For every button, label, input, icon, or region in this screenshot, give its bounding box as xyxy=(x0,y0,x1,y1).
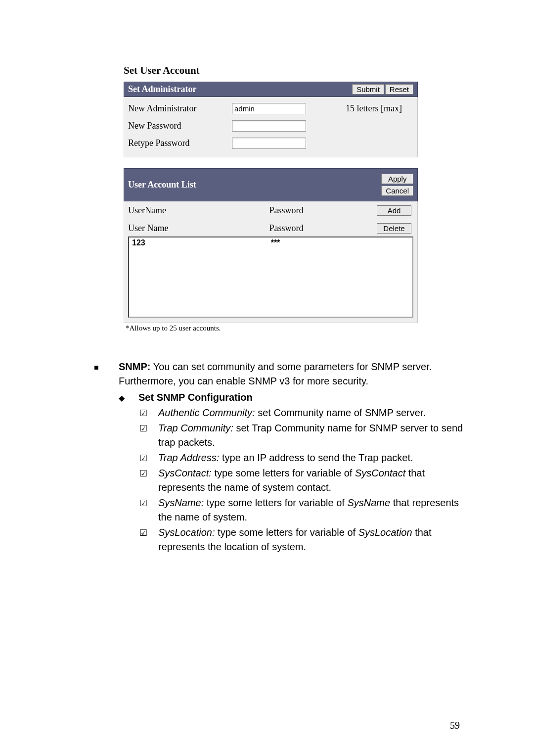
username-col-label: User Name xyxy=(128,223,237,234)
user-list-footnote: *Allows up to 25 user accounts. xyxy=(126,324,418,332)
apply-button[interactable]: Apply xyxy=(381,174,413,184)
bullet-check-icon: ☑ xyxy=(139,451,158,465)
screenshot-set-user-account: Set User Account Set Administrator Submi… xyxy=(124,64,418,332)
item-desc: set Community name of SNMP server. xyxy=(255,407,426,418)
bullet-diamond-icon: ◆ xyxy=(119,390,138,405)
user-account-header-label: User Account List xyxy=(128,180,196,190)
bullet-check-icon: ☑ xyxy=(139,496,158,524)
password-add-label: Password xyxy=(269,205,303,216)
item-term: Trap Community: xyxy=(158,423,233,433)
item-term: SysName: xyxy=(158,497,204,508)
new-password-label: New Password xyxy=(128,121,232,131)
reset-button[interactable]: Reset xyxy=(385,84,413,94)
item-term: SysLocation: xyxy=(158,527,215,538)
item-desc-pre: type some letters for variable of xyxy=(212,468,355,478)
password-col-label: Password xyxy=(269,223,303,234)
bullet-square-icon: ■ xyxy=(94,360,119,388)
cancel-button[interactable]: Cancel xyxy=(381,186,413,196)
new-admin-label: New Administrator xyxy=(128,103,232,114)
item-desc-pre: type some letters for variable of xyxy=(204,497,347,508)
bullet-check-icon: ☑ xyxy=(139,466,158,495)
user-listbox[interactable]: 123 *** xyxy=(128,236,413,318)
username-label: UserName xyxy=(128,205,237,216)
item-desc-ital: SysLocation xyxy=(358,527,412,538)
snmp-heading: SNMP: xyxy=(119,361,150,372)
item-term: Authentic Community: xyxy=(158,407,255,418)
list-password: *** xyxy=(246,238,305,247)
list-item[interactable]: 123 *** xyxy=(129,237,412,248)
snmp-text: You can set community and some parameter… xyxy=(119,361,432,386)
add-button[interactable]: Add xyxy=(377,205,411,216)
document-content: ■ SNMP: You can set community and some p… xyxy=(94,360,465,554)
set-admin-header: Set Administrator Submit Reset xyxy=(124,82,418,97)
new-password-input[interactable] xyxy=(232,120,306,132)
new-admin-input[interactable] xyxy=(232,103,306,114)
page-number: 59 xyxy=(450,720,460,731)
item-desc-pre: type some letters for variable of xyxy=(215,527,358,538)
item-desc-ital: SysContact xyxy=(355,468,405,478)
list-username: 123 xyxy=(132,238,246,247)
item-desc-ital: SysName xyxy=(347,497,390,508)
screenshot-title: Set User Account xyxy=(124,64,418,77)
set-admin-header-label: Set Administrator xyxy=(128,84,197,94)
set-snmp-heading: Set SNMP Configuration xyxy=(138,390,465,405)
delete-user-row: User Name Password Delete xyxy=(124,219,418,236)
retype-password-label: Retype Password xyxy=(128,138,232,148)
bullet-check-icon: ☑ xyxy=(139,406,158,420)
user-account-header: User Account List Apply Cancel xyxy=(124,168,418,201)
item-term: SysContact: xyxy=(158,468,212,478)
add-user-row: UserName Password Add xyxy=(124,201,418,219)
delete-button[interactable]: Delete xyxy=(377,223,411,234)
submit-button[interactable]: Submit xyxy=(352,84,384,94)
bullet-check-icon: ☑ xyxy=(139,525,158,554)
new-admin-hint: 15 letters [max] xyxy=(331,103,413,114)
bullet-check-icon: ☑ xyxy=(139,421,158,450)
set-admin-form: New Administrator 15 letters [max] New P… xyxy=(124,97,418,157)
item-term: Trap Address: xyxy=(158,452,219,463)
item-desc: type an IP address to send the Trap pack… xyxy=(219,452,413,463)
retype-password-input[interactable] xyxy=(232,138,306,149)
